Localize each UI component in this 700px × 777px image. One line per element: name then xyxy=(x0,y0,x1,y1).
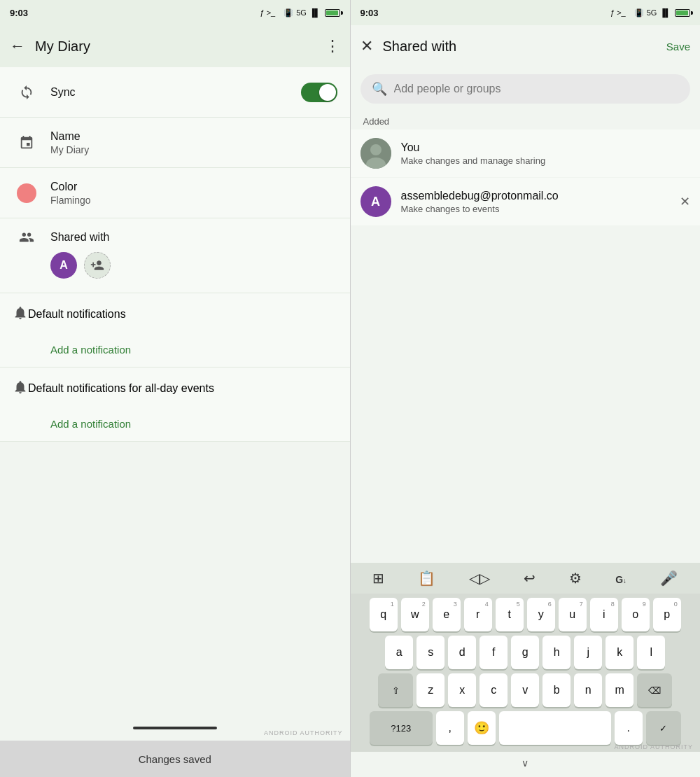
add-person-button[interactable] xyxy=(84,252,111,279)
key-i[interactable]: i8 xyxy=(590,598,618,631)
keyboard-row-1: q1 w2 e3 r4 t5 y6 u7 i8 o9 p0 xyxy=(354,598,698,631)
key-n[interactable]: n xyxy=(574,673,602,707)
enter-key[interactable]: ✓ xyxy=(646,711,681,745)
keyboard: q1 w2 e3 r4 t5 y6 u7 i8 o9 p0 a s d f g … xyxy=(351,594,701,752)
left-signal-bars: ▐▌ xyxy=(309,8,321,17)
sync-row[interactable]: Sync xyxy=(0,67,350,118)
period-key[interactable]: . xyxy=(615,711,643,745)
key-u[interactable]: u7 xyxy=(559,598,587,631)
keyboard-clipboard-btn[interactable]: 📋 xyxy=(412,567,441,589)
key-d[interactable]: d xyxy=(448,636,476,669)
keyboard-undo-btn[interactable]: ↩ xyxy=(518,567,541,589)
keyboard-row-2: a s d f g h j k l xyxy=(354,636,698,669)
right-signal-icon: ƒ >_ xyxy=(610,8,626,17)
key-p[interactable]: p0 xyxy=(653,598,681,631)
remove-person-button[interactable]: ✕ xyxy=(680,194,690,209)
right-5g-icon: 5G xyxy=(647,8,657,17)
key-w[interactable]: w2 xyxy=(401,598,429,631)
numbers-key[interactable]: ?123 xyxy=(370,711,433,745)
key-c[interactable]: c xyxy=(479,673,507,707)
right-signal-bars: ▐▌ xyxy=(659,8,671,17)
comma-key[interactable]: , xyxy=(436,711,464,745)
changes-saved-text: Changes saved xyxy=(139,753,211,765)
key-z[interactable]: z xyxy=(416,673,444,707)
default-allday-label: Default notifications for all-day events xyxy=(28,382,214,395)
key-s[interactable]: s xyxy=(416,636,444,669)
avatar-you xyxy=(360,138,391,169)
shared-with-row[interactable]: Shared with A xyxy=(0,218,350,293)
sync-toggle[interactable] xyxy=(301,83,337,102)
add-notification-label: Add a notification xyxy=(50,344,131,356)
keyboard-mic-btn[interactable]: 🎤 xyxy=(654,567,683,589)
right-status-bar: 9:03 ƒ >_ 📳 5G ▐▌ xyxy=(351,0,701,25)
more-options-button[interactable]: ⋮ xyxy=(325,37,340,55)
keyboard-translate-btn[interactable]: G↓ xyxy=(610,568,632,589)
default-notifications-label: Default notifications xyxy=(28,308,126,321)
shared-avatars: A xyxy=(50,252,111,279)
left-vibrate-icon: 📳 xyxy=(284,8,293,18)
key-m[interactable]: m xyxy=(606,673,634,707)
key-q[interactable]: q1 xyxy=(370,598,398,631)
key-t[interactable]: t5 xyxy=(496,598,524,631)
add-notification-row[interactable]: Add a notification xyxy=(0,335,350,367)
allday-notification-icon xyxy=(13,379,28,398)
back-button[interactable]: ← xyxy=(10,37,25,55)
keyboard-settings-btn[interactable]: ⚙ xyxy=(564,567,587,589)
name-text: Name My Diary xyxy=(50,130,337,155)
key-f[interactable]: f xyxy=(479,636,507,669)
default-notifications-text: Default notifications xyxy=(28,308,126,321)
add-allday-notification-label: Add a notification xyxy=(50,418,131,430)
color-text: Color Flamingo xyxy=(50,181,337,206)
backspace-key[interactable]: ⌫ xyxy=(637,673,672,707)
key-g[interactable]: g xyxy=(511,636,539,669)
nav-down-indicator[interactable]: ∨ xyxy=(522,757,528,769)
content-spacer xyxy=(351,225,701,563)
search-icon: 🔍 xyxy=(372,81,387,97)
key-e[interactable]: e3 xyxy=(433,598,461,631)
shared-icon xyxy=(13,230,41,245)
search-bar[interactable]: 🔍 xyxy=(360,74,691,104)
person-role-assembledebug: Make changes to events xyxy=(401,204,671,214)
sync-toggle-area xyxy=(301,83,337,102)
key-v[interactable]: v xyxy=(511,673,539,707)
key-l[interactable]: l xyxy=(637,636,665,669)
person-info-you: You Make changes and manage sharing xyxy=(401,141,691,166)
changes-saved-bar: Changes saved xyxy=(0,741,350,777)
shift-key[interactable]: ⇧ xyxy=(378,673,413,707)
add-allday-notification-row[interactable]: Add a notification xyxy=(0,410,350,441)
left-time: 9:03 xyxy=(10,8,28,18)
sync-icon xyxy=(13,85,41,100)
key-a[interactable]: a xyxy=(385,636,413,669)
shared-label: Shared with xyxy=(50,231,337,244)
shared-avatar-a[interactable]: A xyxy=(50,252,77,279)
person-name-you: You xyxy=(401,141,691,154)
key-j[interactable]: j xyxy=(574,636,602,669)
emoji-key[interactable]: 🙂 xyxy=(468,711,496,745)
space-key[interactable] xyxy=(499,711,611,745)
save-button[interactable]: Save xyxy=(666,41,690,52)
avatar-assembledebug: A xyxy=(360,186,391,217)
name-row[interactable]: Name My Diary xyxy=(0,118,350,168)
key-o[interactable]: o9 xyxy=(622,598,650,631)
close-button[interactable]: ✕ xyxy=(360,37,373,55)
name-icon xyxy=(13,135,41,150)
search-input[interactable] xyxy=(394,83,680,95)
color-row[interactable]: Color Flamingo xyxy=(0,168,350,218)
default-allday-row[interactable]: Default notifications for all-day events xyxy=(0,368,350,410)
key-k[interactable]: k xyxy=(606,636,634,669)
left-status-bar: 9:03 ƒ >_ 📳 5G ▐▌ xyxy=(0,0,350,25)
notifications-section: Default notifications Add a notification xyxy=(0,293,350,368)
color-value: Flamingo xyxy=(50,195,337,206)
default-notifications-row[interactable]: Default notifications xyxy=(0,293,350,335)
key-h[interactable]: h xyxy=(542,636,570,669)
color-label: Color xyxy=(50,181,337,193)
person-role-you: Make changes and manage sharing xyxy=(401,155,691,166)
key-y[interactable]: y6 xyxy=(527,598,555,631)
key-b[interactable]: b xyxy=(542,673,570,707)
keyboard-cursor-btn[interactable]: ◁▷ xyxy=(463,567,496,589)
keyboard-grid-btn[interactable]: ⊞ xyxy=(367,567,390,589)
right-battery-icon xyxy=(675,9,690,17)
key-r[interactable]: r4 xyxy=(464,598,492,631)
left-content: Sync Name My Diary Color Flamingo xyxy=(0,67,350,777)
key-x[interactable]: x xyxy=(448,673,476,707)
